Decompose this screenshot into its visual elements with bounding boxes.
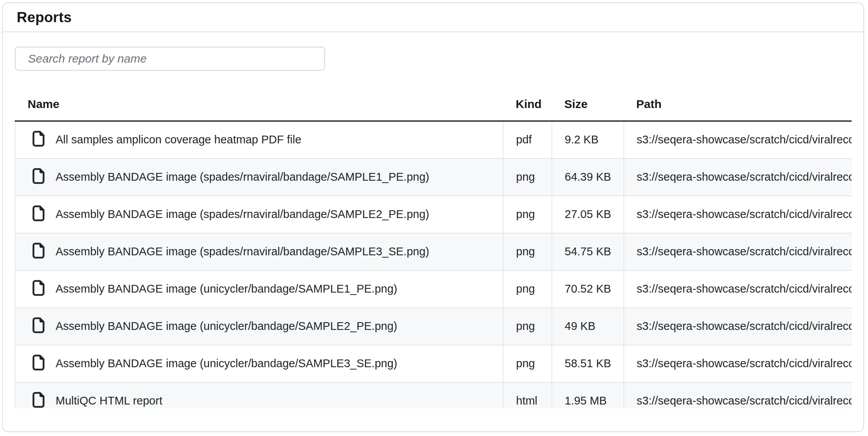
report-name: All samples amplicon coverage heatmap PD… (56, 133, 301, 146)
report-name: Assembly BANDAGE image (spades/rnaviral/… (56, 245, 429, 258)
report-kind: png (503, 196, 552, 233)
report-kind: png (503, 159, 552, 196)
table-row[interactable]: Assembly BANDAGE image (unicycler/bandag… (15, 308, 852, 345)
table-row[interactable]: Assembly BANDAGE image (spades/rnaviral/… (15, 159, 852, 196)
report-kind: png (503, 270, 552, 308)
report-name-cell: Assembly BANDAGE image (unicycler/bandag… (15, 270, 503, 308)
report-path: s3://seqera-showcase/scratch/cicd/viralr… (624, 308, 852, 345)
report-name: MultiQC HTML report (56, 394, 162, 407)
reports-panel: Reports Name Kind Size Path (2, 2, 864, 432)
table-row[interactable]: Assembly BANDAGE image (unicycler/bandag… (15, 270, 852, 308)
report-name-cell: Assembly BANDAGE image (spades/rnaviral/… (15, 159, 503, 196)
report-kind: png (503, 233, 552, 270)
report-size: 49 KB (552, 308, 624, 345)
report-size: 54.75 KB (552, 233, 624, 270)
report-size: 64.39 KB (552, 159, 624, 196)
report-size: 70.52 KB (552, 270, 624, 308)
file-icon (32, 168, 45, 184)
report-name-cell: Assembly BANDAGE image (spades/rnaviral/… (15, 233, 503, 270)
column-header-size: Size (552, 82, 624, 121)
file-icon (32, 205, 45, 221)
report-name: Assembly BANDAGE image (spades/rnaviral/… (56, 171, 429, 183)
report-path: s3://seqera-showcase/scratch/cicd/viralr… (624, 270, 852, 308)
report-size: 9.2 KB (552, 121, 624, 159)
report-kind: png (503, 345, 552, 382)
report-kind: html (503, 382, 552, 409)
table-header-row: Name Kind Size Path (15, 82, 852, 121)
report-path: s3://seqera-showcase/scratch/cicd/viralr… (624, 233, 852, 270)
table-row[interactable]: MultiQC HTML report html 1.95 MB s3://se… (15, 382, 852, 409)
file-icon (32, 131, 45, 147)
column-header-kind: Kind (503, 82, 552, 121)
file-icon (32, 242, 45, 259)
report-path: s3://seqera-showcase/scratch/cicd/viralr… (624, 196, 852, 233)
file-icon (32, 280, 45, 296)
report-kind: pdf (503, 121, 552, 159)
report-name-cell: Assembly BANDAGE image (unicycler/bandag… (15, 345, 503, 382)
report-name: Assembly BANDAGE image (unicycler/bandag… (56, 320, 397, 332)
column-header-name: Name (15, 82, 503, 121)
table-row[interactable]: Assembly BANDAGE image (spades/rnaviral/… (15, 233, 852, 270)
search-input[interactable] (15, 47, 325, 71)
report-size: 1.95 MB (552, 382, 624, 409)
report-size: 58.51 KB (552, 345, 624, 382)
panel-header: Reports (3, 3, 863, 32)
report-size: 27.05 KB (552, 196, 624, 233)
report-name: Assembly BANDAGE image (spades/rnaviral/… (56, 208, 429, 220)
report-kind: png (503, 308, 552, 345)
report-name-cell: Assembly BANDAGE image (spades/rnaviral/… (15, 196, 503, 233)
report-name: Assembly BANDAGE image (unicycler/bandag… (56, 357, 397, 370)
report-path: s3://seqera-showcase/scratch/cicd/viralr… (624, 159, 852, 196)
table-row[interactable]: Assembly BANDAGE image (spades/rnaviral/… (15, 196, 852, 233)
table-row[interactable]: All samples amplicon coverage heatmap PD… (15, 121, 852, 159)
page-title: Reports (17, 9, 72, 26)
report-name: Assembly BANDAGE image (unicycler/bandag… (56, 283, 397, 295)
table-scroll-area[interactable]: Name Kind Size Path All samples amplicon… (15, 82, 852, 408)
table-row[interactable]: Assembly BANDAGE image (unicycler/bandag… (15, 345, 852, 382)
reports-table: Name Kind Size Path All samples amplicon… (15, 82, 852, 408)
report-path: s3://seqera-showcase/scratch/cicd/viralr… (624, 345, 852, 382)
column-header-path: Path (624, 82, 852, 121)
file-icon (32, 317, 45, 333)
file-icon (32, 392, 45, 408)
table-body: All samples amplicon coverage heatmap PD… (15, 121, 852, 409)
report-name-cell: Assembly BANDAGE image (unicycler/bandag… (15, 308, 503, 345)
panel-body: Name Kind Size Path All samples amplicon… (3, 32, 863, 408)
report-name-cell: All samples amplicon coverage heatmap PD… (15, 121, 503, 159)
file-icon (32, 354, 45, 371)
report-path: s3://seqera-showcase/scratch/cicd/viralr… (624, 382, 852, 409)
report-path: s3://seqera-showcase/scratch/cicd/viralr… (624, 121, 852, 159)
report-name-cell: MultiQC HTML report (15, 382, 503, 409)
